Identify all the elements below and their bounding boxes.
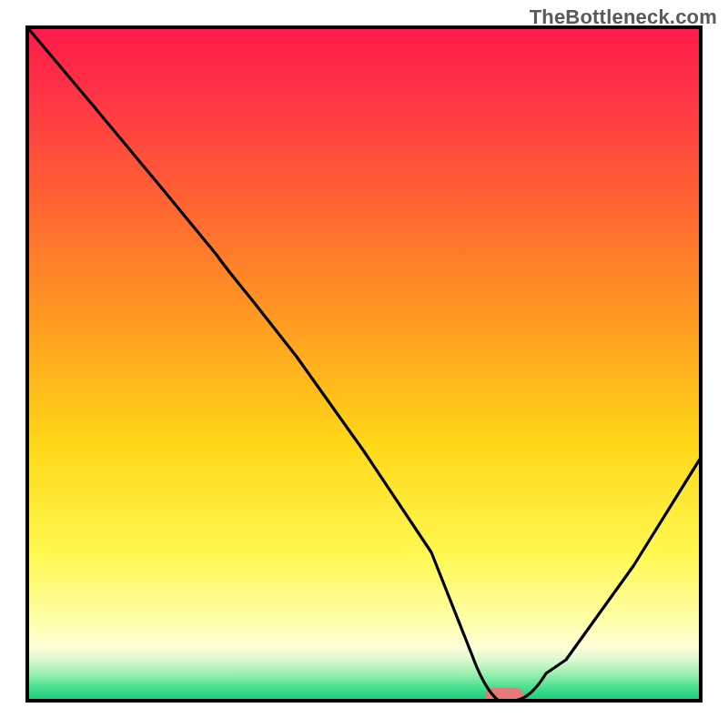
- bottleneck-chart: [0, 0, 728, 728]
- chart-container: TheBottleneck.com: [0, 0, 728, 728]
- watermark-text: TheBottleneck.com: [530, 5, 717, 29]
- gradient-background: [27, 27, 701, 701]
- plot-area: [27, 27, 701, 701]
